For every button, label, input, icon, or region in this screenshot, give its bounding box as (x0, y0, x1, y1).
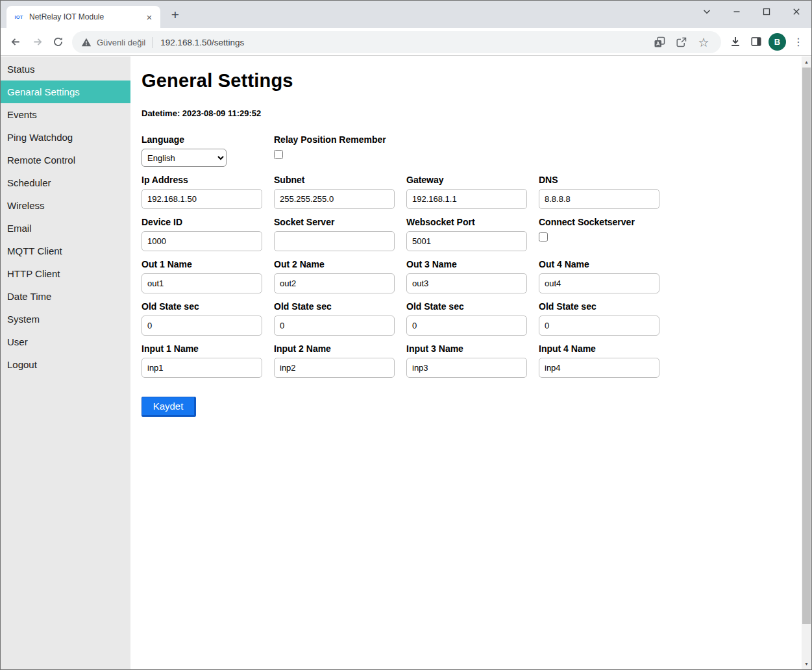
sidebar-item-general-settings[interactable]: Genaral Settings (1, 81, 130, 103)
field-gateway: Gateway (406, 175, 539, 209)
sidebar-item-scheduler[interactable]: Scheduler (1, 171, 130, 194)
browser-tab[interactable]: IOT NetRelay IOT Module × (6, 6, 160, 28)
ip-address-label: Ip Address (141, 175, 274, 185)
url-text: 192.168.1.50/settings (160, 38, 244, 47)
field-websocket-port: Websocket Port (406, 217, 539, 251)
sidebar-item-user[interactable]: User (1, 330, 130, 353)
device-id-label: Device ID (141, 217, 274, 227)
sidebar-nav: Status Genaral Settings Events Ping Watc… (1, 56, 130, 669)
translate-icon[interactable] (651, 34, 668, 51)
profile-avatar[interactable]: B (769, 33, 786, 51)
field-input1-name: Input 1 Name (141, 343, 274, 378)
forward-icon[interactable] (27, 31, 48, 52)
out4-name-input[interactable] (539, 273, 659, 293)
sidebar-item-ping-watchdog[interactable]: Ping Watchdog (1, 126, 130, 149)
old-state-4-input[interactable] (539, 316, 659, 336)
page-scrollbar[interactable]: ▲ ▼ (802, 56, 811, 669)
close-window-icon[interactable] (781, 1, 811, 22)
scroll-up-arrow-icon[interactable]: ▲ (802, 56, 811, 67)
old-state-3-label: Old State sec (406, 301, 539, 312)
old-state-2-label: Old State sec (274, 301, 406, 312)
language-label: Language (141, 134, 274, 145)
sidebar-item-date-time[interactable]: Date Time (1, 285, 130, 308)
page-title: General Settings (141, 70, 802, 92)
field-old-state-4: Old State sec (539, 301, 671, 336)
reload-icon[interactable] (47, 31, 68, 52)
field-out2-name: Out 2 Name (274, 259, 406, 293)
language-select[interactable]: English (141, 149, 227, 167)
bookmark-star-icon[interactable]: ☆ (695, 34, 712, 51)
out3-name-label: Out 3 Name (406, 259, 539, 269)
field-out3-name: Out 3 Name (406, 259, 539, 293)
input2-name-input[interactable] (274, 358, 395, 378)
out2-name-label: Out 2 Name (274, 259, 406, 269)
field-input2-name: Input 2 Name (274, 343, 406, 378)
socket-server-input[interactable] (274, 231, 395, 251)
sidebar-item-wireless[interactable]: Wireless (1, 194, 130, 217)
connect-socketserver-checkbox[interactable] (539, 232, 548, 242)
field-language: Language English (141, 134, 274, 167)
share-icon[interactable] (673, 34, 690, 51)
browser-window: IOT NetRelay IOT Module × + (0, 0, 812, 670)
field-socket-server: Socket Server (274, 217, 406, 251)
socket-server-label: Socket Server (274, 217, 406, 227)
relay-position-remember-checkbox[interactable] (274, 150, 283, 159)
field-relay-position-remember: Relay Position Remember (274, 134, 406, 167)
field-connect-socketserver: Connect Socketserver (539, 217, 671, 251)
old-state-1-input[interactable] (141, 316, 262, 336)
out4-name-label: Out 4 Name (539, 259, 671, 269)
input1-name-input[interactable] (141, 358, 262, 378)
gateway-input[interactable] (406, 189, 527, 209)
sidebar-item-system[interactable]: System (1, 308, 130, 330)
address-bar[interactable]: Güvenli değil 192.168.1.50/settings ☆ (72, 31, 721, 53)
sidebar-item-email[interactable]: Email (1, 217, 130, 240)
side-panel-icon[interactable] (746, 31, 767, 52)
field-old-state-1: Old State sec (141, 301, 274, 336)
sidebar-item-status[interactable]: Status (1, 58, 130, 81)
tab-close-icon[interactable]: × (143, 11, 155, 23)
tab-search-chevron-icon[interactable] (692, 1, 722, 22)
not-secure-warning-icon[interactable] (81, 37, 92, 47)
address-divider (153, 37, 153, 48)
out1-name-input[interactable] (141, 273, 262, 293)
settings-page: General Settings Datetime: 2023-08-09 11… (130, 56, 802, 669)
site-favicon-icon: IOT (13, 11, 25, 23)
subnet-input[interactable] (274, 189, 395, 209)
new-tab-button[interactable]: + (167, 6, 184, 23)
ip-address-input[interactable] (141, 189, 262, 209)
field-ip-address: Ip Address (141, 175, 274, 209)
input3-name-input[interactable] (406, 358, 527, 378)
window-controls (692, 1, 811, 22)
maximize-icon[interactable] (752, 1, 781, 22)
input4-name-input[interactable] (539, 358, 659, 378)
dns-input[interactable] (539, 189, 659, 209)
minimize-icon[interactable] (722, 1, 752, 22)
sidebar-item-logout[interactable]: Logout (1, 353, 130, 376)
browser-menu-dots-icon[interactable]: ⋮ (788, 31, 809, 52)
back-icon[interactable] (5, 31, 25, 52)
out2-name-input[interactable] (274, 273, 395, 293)
sidebar-item-remote-control[interactable]: Remote Control (1, 149, 130, 171)
gateway-label: Gateway (406, 175, 539, 185)
websocket-port-input[interactable] (406, 231, 527, 251)
sidebar-item-http-client[interactable]: HTTP Client (1, 262, 130, 285)
tab-strip: IOT NetRelay IOT Module × + (1, 1, 811, 28)
input4-name-label: Input 4 Name (539, 343, 671, 354)
security-label[interactable]: Güvenli değil (97, 38, 145, 47)
sidebar-item-events[interactable]: Events (1, 103, 130, 126)
connect-socketserver-label: Connect Socketserver (539, 217, 671, 227)
input1-name-label: Input 1 Name (141, 343, 274, 354)
device-id-input[interactable] (141, 231, 262, 251)
websocket-port-label: Websocket Port (406, 217, 539, 227)
out3-name-input[interactable] (406, 273, 527, 293)
scroll-down-arrow-icon[interactable]: ▼ (802, 658, 811, 669)
field-subnet: Subnet (274, 175, 406, 209)
field-input4-name: Input 4 Name (539, 343, 671, 378)
save-button[interactable]: Kaydet (141, 397, 196, 417)
old-state-2-input[interactable] (274, 316, 395, 336)
scrollbar-thumb[interactable] (802, 68, 811, 624)
old-state-3-input[interactable] (406, 316, 527, 336)
field-old-state-2: Old State sec (274, 301, 406, 336)
sidebar-item-mqtt-client[interactable]: MQTT Client (1, 240, 130, 262)
download-icon[interactable] (725, 31, 746, 52)
